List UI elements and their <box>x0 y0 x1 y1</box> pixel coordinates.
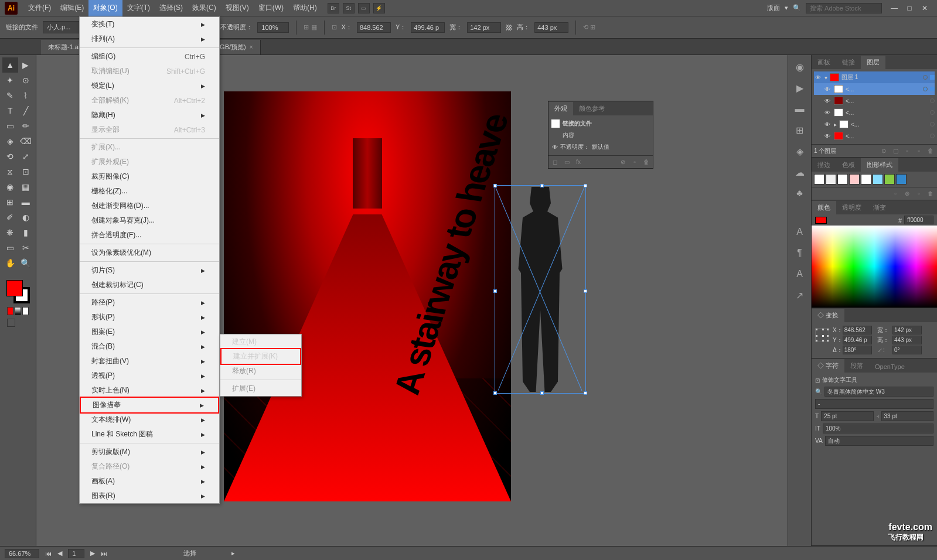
swatch[interactable] <box>884 174 895 185</box>
tab-opentype[interactable]: OpenType <box>869 361 911 373</box>
font-size-input[interactable] <box>821 411 873 421</box>
layer-name[interactable]: <... <box>846 110 928 116</box>
eraser-tool[interactable]: ⌫ <box>18 134 34 149</box>
tab-color[interactable]: 颜色 <box>812 201 836 214</box>
visibility-toggle[interactable]: 👁 <box>823 110 832 116</box>
link-wh-icon[interactable]: ⛓ <box>506 24 512 31</box>
dropdown-item[interactable]: 混合(B)▶ <box>80 339 219 354</box>
mesh-tool[interactable]: ⊞ <box>2 194 18 210</box>
menu-edit[interactable]: 编辑(E) <box>56 0 88 16</box>
layer-name[interactable]: <... <box>846 86 921 93</box>
close-button[interactable]: ✕ <box>917 3 932 13</box>
tab-graphic-styles[interactable]: 图形样式 <box>861 158 898 172</box>
none-mode-icon[interactable] <box>22 307 29 315</box>
resize-handle-n[interactable] <box>540 184 544 187</box>
perspective-tool[interactable]: ▦ <box>18 179 34 194</box>
hand-tool[interactable]: ✋ <box>2 255 18 271</box>
leading-input[interactable] <box>881 411 933 421</box>
pathfinder-icon[interactable]: ◈ <box>793 144 807 158</box>
column-graph-tool[interactable]: ▮ <box>18 225 34 240</box>
magic-wand-tool[interactable]: ✦ <box>2 73 18 88</box>
nav-next-icon[interactable]: ▶ <box>90 549 95 557</box>
swatch[interactable] <box>814 174 824 185</box>
swatch[interactable] <box>873 174 883 185</box>
text-icon[interactable]: A <box>793 225 807 239</box>
visibility-toggle[interactable]: 👁 <box>823 86 832 93</box>
tab-appearance[interactable]: 外观 <box>548 102 573 115</box>
dropdown-item[interactable]: 排列(A)▶ <box>80 32 219 46</box>
kerning-input[interactable] <box>825 436 933 446</box>
dropdown-item[interactable]: 路径(P)▶ <box>80 295 219 310</box>
color-mode-icon[interactable] <box>7 307 13 315</box>
transform-icons[interactable]: ⟲ ⊞ <box>583 23 595 31</box>
new-icon[interactable]: ▫ <box>631 158 639 166</box>
symbols-icon[interactable]: ⊞ <box>793 123 807 137</box>
tab-color-guide[interactable]: 颜色参考 <box>573 102 611 115</box>
swatch[interactable] <box>826 174 836 185</box>
trash-icon[interactable]: 🗑 <box>642 158 650 166</box>
dropdown-item[interactable]: 切片(S)▶ <box>80 263 219 278</box>
h-input[interactable] <box>534 22 568 33</box>
swatch[interactable] <box>837 174 848 185</box>
menu-view[interactable]: 视图(V) <box>221 0 254 16</box>
line-tool[interactable]: ╱ <box>18 103 34 118</box>
x-input[interactable] <box>357 22 391 33</box>
tab-stroke[interactable]: 描边 <box>812 158 836 172</box>
swatch[interactable] <box>861 174 871 185</box>
dropdown-item[interactable]: 创建裁切标记(C) <box>80 278 219 292</box>
zoom-select[interactable]: 66.67% <box>5 549 39 558</box>
resize-handle-ne[interactable] <box>584 184 587 187</box>
visibility-toggle[interactable]: 👁 <box>823 133 832 139</box>
resize-handle-e[interactable] <box>584 289 587 293</box>
dropdown-item[interactable]: 隐藏(H)▶ <box>80 108 219 122</box>
slice-tool[interactable]: ✂ <box>18 240 34 255</box>
minimize-button[interactable]: — <box>887 3 902 13</box>
layout-label[interactable]: 版面 <box>767 4 780 12</box>
stock-icon[interactable]: St <box>343 3 355 13</box>
tab-gradient[interactable]: 渐变 <box>867 201 892 214</box>
anchor-widget-icon[interactable]: ⊡ <box>332 23 337 31</box>
close-icon[interactable]: × <box>250 44 253 50</box>
touch-type-icon[interactable]: ⊡ <box>815 377 820 384</box>
shape-builder-tool[interactable]: ◉ <box>2 179 18 194</box>
layer-name[interactable]: <... <box>846 133 928 139</box>
hex-input[interactable] <box>904 216 933 224</box>
swatch[interactable] <box>896 174 907 185</box>
target-icon[interactable] <box>930 134 935 138</box>
tab-character[interactable]: ◇ 字符 <box>812 359 844 373</box>
resize-handle-nw[interactable] <box>493 184 497 187</box>
duplicate-icon[interactable]: ▭ <box>563 158 571 166</box>
gradient-tool[interactable]: ▬ <box>18 194 34 210</box>
submenu-item[interactable]: 建立并扩展(K) <box>220 348 301 365</box>
submenu-item[interactable]: 建立(M) <box>220 334 301 349</box>
libraries-icon[interactable]: ▶ <box>793 81 807 95</box>
placed-image[interactable] <box>496 187 584 392</box>
target-icon[interactable] <box>930 110 935 115</box>
tab-artboards[interactable]: 画板 <box>812 56 836 69</box>
tab-paragraph[interactable]: 段落 <box>844 359 869 373</box>
menu-help[interactable]: 帮助(H) <box>288 0 322 16</box>
dropdown-item[interactable]: 创建渐变网格(D)... <box>80 199 219 213</box>
dropdown-item[interactable]: 图案(E)▶ <box>80 325 219 339</box>
menu-file[interactable]: 文件(F) <box>23 0 56 16</box>
opacity-value[interactable]: 100% <box>257 22 289 33</box>
break-link-icon[interactable]: ⊗ <box>903 190 911 198</box>
dropdown-item[interactable]: 锁定(L)▶ <box>80 78 219 93</box>
direct-selection-tool[interactable]: ▶ <box>18 57 34 73</box>
styles-menu-icon[interactable]: ▫ <box>891 190 899 198</box>
dropdown-item[interactable]: 形状(P)▶ <box>80 310 219 325</box>
width-tool[interactable]: ⧖ <box>2 164 18 179</box>
w-input[interactable] <box>467 22 501 33</box>
dropdown-item[interactable]: 画板(A)▶ <box>80 474 219 489</box>
chevron-down-icon[interactable]: ▾ <box>785 4 788 12</box>
visibility-toggle[interactable]: 👁 <box>823 98 832 104</box>
tracking-input[interactable] <box>823 424 933 433</box>
gradient-mode-icon[interactable] <box>15 307 21 315</box>
screen-mode-icon[interactable] <box>7 319 15 327</box>
clear-icon[interactable]: ⊘ <box>619 158 627 166</box>
selection-tool[interactable]: ▲ <box>2 57 18 73</box>
dropdown-item[interactable]: 创建对象马赛克(J)... <box>80 213 219 228</box>
tf-w-input[interactable] <box>892 326 922 334</box>
scroll-arrow-icon[interactable]: ▸ <box>231 549 235 557</box>
align-icons[interactable]: ⊞ ▦ <box>304 23 316 31</box>
